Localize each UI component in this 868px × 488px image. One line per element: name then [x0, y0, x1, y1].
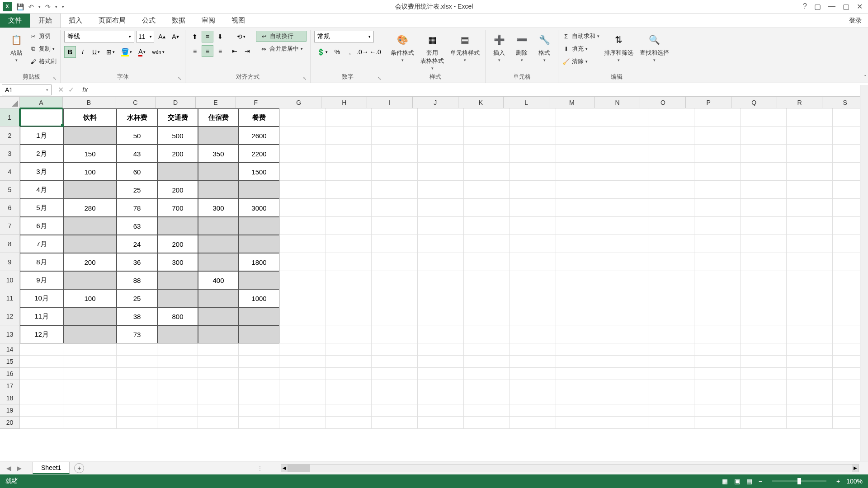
column-header[interactable]: M: [549, 97, 595, 108]
name-box[interactable]: A1▾: [2, 84, 52, 95]
maximize-icon[interactable]: ▢: [843, 2, 849, 11]
cell[interactable]: [510, 368, 556, 380]
cancel-formula-icon[interactable]: ✕: [58, 85, 64, 94]
cell[interactable]: [694, 127, 741, 145]
cell[interactable]: [326, 380, 372, 392]
cell[interactable]: 700: [157, 199, 198, 217]
cell[interactable]: 300: [157, 253, 198, 271]
cell[interactable]: [279, 163, 326, 181]
cell[interactable]: [741, 127, 787, 145]
cell[interactable]: [418, 181, 464, 199]
cell[interactable]: [117, 417, 157, 429]
cell[interactable]: 280: [63, 199, 117, 217]
align-right-button[interactable]: ≡: [214, 45, 226, 57]
scroll-left-icon[interactable]: ◀: [281, 465, 288, 472]
cell[interactable]: [694, 392, 741, 404]
cell[interactable]: [556, 356, 602, 368]
cell[interactable]: 3000: [239, 199, 279, 217]
cell[interactable]: 1500: [239, 163, 279, 181]
cell[interactable]: 500: [157, 127, 198, 145]
cell[interactable]: [464, 368, 510, 380]
sort-filter-button[interactable]: ⇅排序和筛选▾: [602, 31, 635, 63]
cell[interactable]: 水杯费: [117, 108, 157, 127]
cell[interactable]: [279, 356, 326, 368]
zoom-slider[interactable]: [772, 480, 826, 482]
cell[interactable]: [602, 325, 648, 343]
cell[interactable]: [602, 392, 648, 404]
tab-formulas[interactable]: 公式: [134, 14, 164, 28]
cell[interactable]: [556, 368, 602, 380]
cell[interactable]: 住宿费: [198, 108, 239, 127]
cell[interactable]: [741, 417, 787, 429]
number-format-select[interactable]: 常规▾: [314, 31, 374, 42]
cell[interactable]: [20, 404, 63, 417]
cell[interactable]: [648, 127, 694, 145]
cell[interactable]: [198, 181, 239, 199]
cell[interactable]: [648, 380, 694, 392]
row-header[interactable]: 17: [0, 380, 20, 392]
cell[interactable]: [418, 145, 464, 163]
cell[interactable]: [464, 127, 510, 145]
cell[interactable]: [648, 108, 694, 127]
row-header[interactable]: 7: [0, 217, 20, 235]
cell[interactable]: 12月: [20, 325, 63, 343]
cell[interactable]: [418, 325, 464, 343]
row-header[interactable]: 20: [0, 417, 20, 429]
column-header[interactable]: E: [196, 97, 236, 108]
cell[interactable]: [239, 392, 279, 404]
cell[interactable]: [602, 404, 648, 417]
scroll-right-icon[interactable]: ▶: [852, 465, 859, 472]
cell[interactable]: [556, 108, 602, 127]
cell[interactable]: [787, 108, 833, 127]
cell[interactable]: [602, 368, 648, 380]
cell[interactable]: [63, 307, 117, 325]
cell[interactable]: 饮料: [63, 108, 117, 127]
cell[interactable]: [787, 271, 833, 289]
cell[interactable]: [326, 163, 372, 181]
fill-color-button[interactable]: 🪣▾: [118, 46, 135, 58]
cell[interactable]: [326, 417, 372, 429]
sheet-nav-next-icon[interactable]: ▶: [17, 465, 22, 472]
cell[interactable]: [326, 217, 372, 235]
undo-icon[interactable]: ↶: [28, 3, 34, 10]
cell[interactable]: 2600: [239, 127, 279, 145]
cell[interactable]: [556, 417, 602, 429]
cell[interactable]: [464, 392, 510, 404]
cell[interactable]: [279, 380, 326, 392]
cell[interactable]: [372, 289, 418, 307]
cell[interactable]: [157, 356, 198, 368]
launcher-icon[interactable]: ⤡: [377, 76, 381, 81]
cell[interactable]: [418, 307, 464, 325]
cell[interactable]: [418, 163, 464, 181]
cell[interactable]: [787, 380, 833, 392]
cell[interactable]: 36: [117, 253, 157, 271]
cell[interactable]: [157, 163, 198, 181]
cell[interactable]: [418, 404, 464, 417]
align-left-button[interactable]: ≡: [189, 45, 201, 57]
cell[interactable]: [239, 307, 279, 325]
bold-button[interactable]: B: [64, 46, 76, 58]
cell[interactable]: [464, 380, 510, 392]
row-header[interactable]: 11: [0, 289, 20, 307]
cell[interactable]: [198, 127, 239, 145]
cell[interactable]: 200: [157, 181, 198, 199]
cell[interactable]: [279, 127, 326, 145]
cell[interactable]: [464, 145, 510, 163]
cell[interactable]: [198, 289, 239, 307]
cell[interactable]: [372, 235, 418, 253]
cell[interactable]: [787, 307, 833, 325]
sheet-tab[interactable]: Sheet1: [33, 462, 70, 474]
cell[interactable]: [648, 145, 694, 163]
fill-button[interactable]: ⬇填充 ▾: [562, 43, 599, 54]
cell[interactable]: [464, 199, 510, 217]
redo-dropdown-icon[interactable]: ▾: [55, 5, 57, 9]
cell[interactable]: [279, 307, 326, 325]
paste-button[interactable]: 📋 粘贴 ▾: [6, 31, 26, 63]
cell[interactable]: [556, 127, 602, 145]
cell[interactable]: [372, 325, 418, 343]
cell[interactable]: [279, 235, 326, 253]
cell[interactable]: [239, 325, 279, 343]
cell[interactable]: 150: [63, 145, 117, 163]
cell[interactable]: [418, 289, 464, 307]
cell[interactable]: [279, 368, 326, 380]
